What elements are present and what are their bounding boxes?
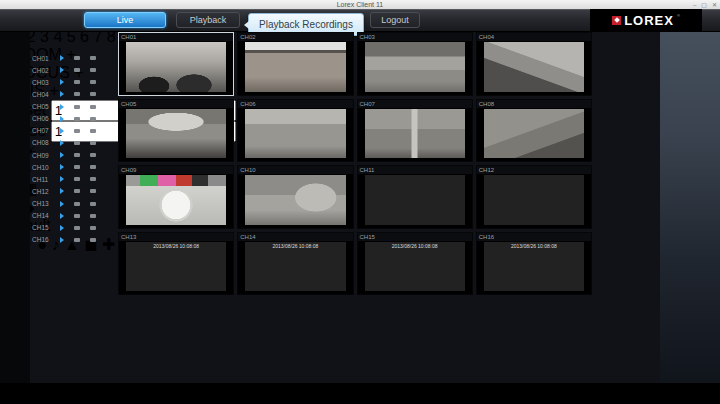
play-icon[interactable] — [60, 128, 64, 134]
camera-tile-ch10[interactable]: CH10 — [237, 165, 353, 229]
tab-playback[interactable]: Playback — [176, 12, 240, 28]
sound-icon[interactable] — [90, 68, 96, 72]
camera-tile-ch11[interactable]: CH11 — [357, 165, 473, 229]
record-icon[interactable] — [74, 177, 80, 181]
maximize-icon[interactable]: ▢ — [701, 2, 707, 8]
play-icon[interactable] — [60, 237, 64, 243]
channel-row[interactable]: CH09 — [32, 150, 116, 160]
sound-icon[interactable] — [90, 153, 96, 157]
logout-button[interactable]: Logout — [370, 12, 420, 28]
sound-icon[interactable] — [90, 92, 96, 96]
record-icon[interactable] — [74, 105, 80, 109]
camera-video — [484, 242, 584, 292]
sound-icon[interactable] — [90, 80, 96, 84]
sound-icon[interactable] — [90, 141, 96, 145]
sound-icon[interactable] — [90, 117, 96, 121]
camera-video — [365, 242, 465, 292]
camera-tile-ch03[interactable]: CH03 — [357, 32, 473, 96]
camera-tile-ch06[interactable]: CH06 — [237, 99, 353, 163]
channel-row[interactable]: CH08 — [32, 138, 116, 148]
camera-timestamp: 2013/08/26 10:08:08 — [358, 243, 472, 249]
camera-tile-ch04[interactable]: CH04 — [476, 32, 592, 96]
sound-icon[interactable] — [90, 214, 96, 218]
record-icon[interactable] — [74, 80, 80, 84]
right-backdrop — [660, 31, 720, 383]
sound-icon[interactable] — [90, 238, 96, 242]
sound-icon[interactable] — [90, 189, 96, 193]
camera-tile-ch01[interactable]: CH01 — [118, 32, 234, 96]
channel-row[interactable]: CH11 — [32, 174, 116, 184]
channel-row[interactable]: CH07 — [32, 126, 116, 136]
camera-channel-label: CH06 — [238, 100, 352, 108]
camera-tile-ch15[interactable]: CH15 2013/08/26 10:08:08 — [357, 232, 473, 296]
channel-row[interactable]: CH03 — [32, 77, 116, 87]
channel-label: CH02 — [32, 67, 56, 74]
record-icon[interactable] — [74, 189, 80, 193]
channel-row[interactable]: CH04 — [32, 89, 116, 99]
sound-icon[interactable] — [90, 105, 96, 109]
brand-name: LOREX — [624, 13, 674, 28]
minimize-icon[interactable]: – — [693, 2, 696, 8]
play-icon[interactable] — [60, 164, 64, 170]
play-icon[interactable] — [60, 67, 64, 73]
channel-row[interactable]: CH01 — [32, 53, 116, 63]
camera-tile-ch13[interactable]: CH13 2013/08/26 10:08:08 — [118, 232, 234, 296]
record-icon[interactable] — [74, 153, 80, 157]
record-icon[interactable] — [74, 68, 80, 72]
channel-row[interactable]: CH05 — [32, 102, 116, 112]
play-icon[interactable] — [60, 213, 64, 219]
sound-icon[interactable] — [90, 56, 96, 60]
camera-video — [126, 109, 226, 159]
lorex-logo-icon — [612, 16, 621, 25]
play-icon[interactable] — [60, 225, 64, 231]
record-icon[interactable] — [74, 202, 80, 206]
camera-tile-ch09[interactable]: CH09 — [118, 165, 234, 229]
camera-channel-label: CH05 — [119, 100, 233, 108]
sound-icon[interactable] — [90, 177, 96, 181]
record-icon[interactable] — [74, 214, 80, 218]
channel-row[interactable]: CH16 — [32, 235, 116, 245]
record-icon[interactable] — [74, 117, 80, 121]
play-icon[interactable] — [60, 91, 64, 97]
play-icon[interactable] — [60, 176, 64, 182]
camera-tile-ch02[interactable]: CH02 — [237, 32, 353, 96]
camera-tile-ch08[interactable]: CH08 — [476, 99, 592, 163]
close-icon[interactable]: ✕ — [712, 2, 717, 8]
play-icon[interactable] — [60, 201, 64, 207]
channel-label: CH16 — [32, 236, 56, 243]
record-icon[interactable] — [74, 56, 80, 60]
camera-channel-label: CH15 — [358, 233, 472, 241]
record-icon[interactable] — [74, 238, 80, 242]
sound-icon[interactable] — [90, 202, 96, 206]
record-icon[interactable] — [74, 129, 80, 133]
camera-tile-ch07[interactable]: CH07 — [357, 99, 473, 163]
channel-row[interactable]: CH15 — [32, 223, 116, 233]
channel-label: CH07 — [32, 127, 56, 134]
play-icon[interactable] — [60, 116, 64, 122]
sound-icon[interactable] — [90, 129, 96, 133]
channel-row[interactable]: CH02 — [32, 65, 116, 75]
camera-tile-ch05[interactable]: CH05 — [118, 99, 234, 163]
record-icon[interactable] — [74, 141, 80, 145]
tab-live[interactable]: Live — [84, 12, 166, 28]
channel-row[interactable]: CH06 — [32, 114, 116, 124]
sound-icon[interactable] — [90, 165, 96, 169]
camera-tile-ch12[interactable]: CH12 — [476, 165, 592, 229]
record-icon[interactable] — [74, 165, 80, 169]
play-icon[interactable] — [60, 188, 64, 194]
play-icon[interactable] — [60, 55, 64, 61]
channel-row[interactable]: CH10 — [32, 162, 116, 172]
channel-row[interactable]: CH12 — [32, 186, 116, 196]
channel-row[interactable]: CH13 — [32, 199, 116, 209]
camera-tile-ch14[interactable]: CH14 2013/08/26 10:08:08 — [237, 232, 353, 296]
play-icon[interactable] — [60, 104, 64, 110]
play-icon[interactable] — [60, 152, 64, 158]
channel-row[interactable]: CH14 — [32, 211, 116, 221]
record-icon[interactable] — [74, 92, 80, 96]
sound-icon[interactable] — [90, 226, 96, 230]
camera-tile-ch16[interactable]: CH16 2013/08/26 10:08:08 — [476, 232, 592, 296]
record-icon[interactable] — [74, 226, 80, 230]
play-icon[interactable] — [60, 140, 64, 146]
play-icon[interactable] — [60, 79, 64, 85]
camera-channel-label: CH11 — [358, 166, 472, 174]
